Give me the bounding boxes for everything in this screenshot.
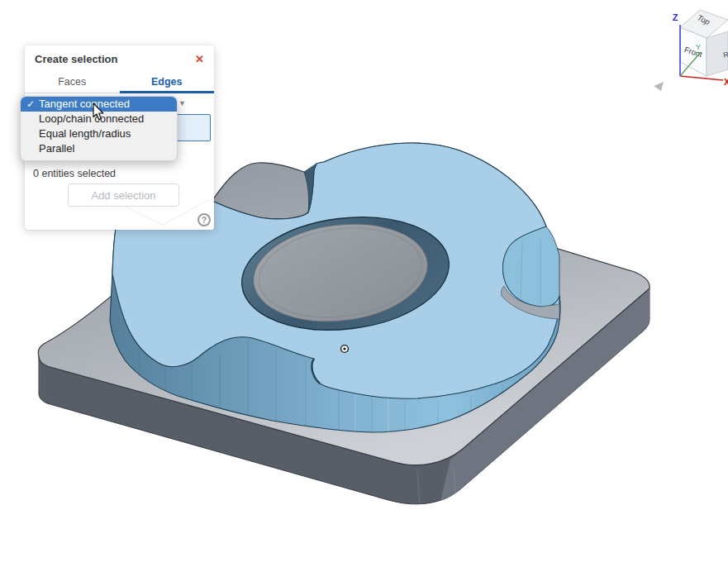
x-axis-label: X: [724, 77, 728, 87]
dropdown-option-label: Equal length/radius: [39, 127, 131, 140]
dropdown-option-equal-length-radius[interactable]: Equal length/radius: [21, 126, 177, 141]
x-axis: [680, 76, 723, 80]
dropdown-option-label: Parallel: [39, 142, 74, 155]
check-icon: ✓: [26, 97, 35, 112]
view-cube-rotate-arrow[interactable]: [654, 82, 664, 91]
app-canvas: Top Front R Z X Y Create selection ✕ Fac…: [0, 0, 728, 567]
view-cube-right-label[interactable]: R: [722, 50, 728, 60]
status-text: 0 entities selected: [33, 168, 116, 179]
view-cube[interactable]: Top Front R Z X Y: [651, 0, 728, 104]
add-selection-button[interactable]: Add selection: [68, 183, 179, 207]
y-axis-label: Y: [696, 43, 701, 51]
mouse-cursor: [93, 102, 109, 122]
dropdown-option-label: Loop/chain connected: [39, 112, 144, 125]
origin-vertex-dot[interactable]: [341, 345, 349, 353]
dropdown-option-parallel[interactable]: Parallel: [21, 141, 177, 156]
z-axis-label: Z: [673, 12, 678, 22]
dropdown-option-label: Tangent connected: [39, 98, 130, 110]
help-icon[interactable]: ?: [197, 213, 211, 226]
